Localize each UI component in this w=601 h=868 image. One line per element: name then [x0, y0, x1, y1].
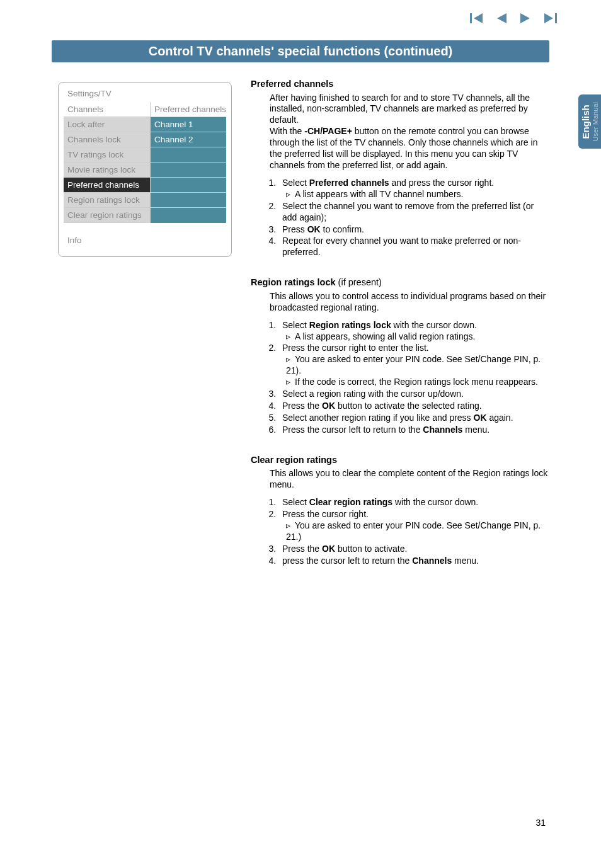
triangle-icon: ▹ — [286, 354, 295, 365]
list-item: Select Region ratings lock with the curs… — [278, 320, 549, 343]
language-label: English — [581, 102, 592, 141]
list-item[interactable] — [151, 208, 226, 223]
svg-marker-1 — [474, 13, 483, 23]
menu-item[interactable]: Movie ratings lock — [64, 163, 150, 178]
pref-para2: With the -CH/PAGE+ button on the remote … — [270, 126, 549, 171]
list-item[interactable]: Channel 1 — [151, 117, 226, 132]
list-item: press the cursor left to return the Chan… — [278, 556, 549, 567]
triangle-icon: ▹ — [286, 189, 295, 200]
region-para: This allows you to control access to ind… — [270, 291, 549, 314]
doc-type-label: User Manual — [591, 102, 598, 141]
settings-breadcrumb: Settings/TV — [64, 86, 226, 102]
skip-forward-icon[interactable] — [543, 13, 557, 24]
section-banner: Control TV channels' special functions (… — [52, 40, 549, 62]
info-label: Info — [64, 223, 226, 248]
list-item: Select the channel you want to remove fr… — [278, 201, 549, 224]
language-tab: English User Manual — [578, 94, 601, 149]
list-item: Select Clear region ratings with the cur… — [278, 497, 549, 508]
menu-item[interactable]: Lock after — [64, 117, 150, 132]
list-item[interactable] — [151, 147, 226, 163]
list-item[interactable] — [151, 178, 226, 193]
list-item: Press the cursor left to return to the C… — [278, 425, 549, 436]
clear-para: This allows you to clear the complete co… — [270, 468, 549, 491]
svg-marker-3 — [520, 13, 530, 23]
svg-marker-4 — [544, 13, 553, 23]
region-heading: Region ratings lock (if present) — [251, 277, 549, 288]
pref-para1: After having finished to search for and … — [270, 93, 549, 127]
menu-item[interactable]: Region ratings lock — [64, 193, 150, 208]
list-item: Repeat for every channel you want to mak… — [278, 236, 549, 258]
menu-item-selected[interactable]: Preferred channels — [64, 178, 150, 193]
menu-item[interactable]: TV ratings lock — [64, 147, 150, 163]
settings-left-column: Channels Lock after Channels lock TV rat… — [64, 102, 151, 223]
svg-marker-2 — [497, 13, 507, 23]
svg-rect-0 — [470, 13, 472, 23]
list-item: Press the OK button to activate the sele… — [278, 401, 549, 412]
page-number: 31 — [535, 818, 546, 828]
list-item[interactable]: Channel 2 — [151, 132, 226, 147]
triangle-icon: ▹ — [286, 520, 295, 532]
pref-heading: Preferred channels — [251, 78, 549, 90]
list-item: Press the cursor right to enter the list… — [278, 343, 549, 388]
list-item: Select a region rating with the cursor u… — [278, 389, 549, 400]
triangle-icon: ▹ — [286, 377, 295, 388]
clear-steps: Select Clear region ratings with the cur… — [251, 497, 549, 566]
list-item: Select Preferred channels and press the … — [278, 178, 549, 200]
list-item: Press the OK button to activate. — [278, 544, 549, 555]
list-item[interactable] — [151, 193, 226, 208]
triangle-icon: ▹ — [286, 331, 295, 343]
left-col-header: Channels — [64, 102, 150, 117]
menu-item[interactable]: Channels lock — [64, 132, 150, 147]
clear-heading: Clear region ratings — [251, 454, 549, 466]
right-col-header: Preferred channels — [151, 102, 226, 117]
list-item: Press OK to confirm. — [278, 224, 549, 236]
svg-rect-5 — [555, 13, 557, 23]
next-icon[interactable] — [519, 13, 532, 24]
list-item: Press the cursor right. ▹You are asked t… — [278, 509, 549, 543]
body-content: Preferred channels After having finished… — [251, 78, 549, 567]
settings-right-column: Preferred channels Channel 1 Channel 2 — [151, 102, 226, 223]
menu-item[interactable]: Clear region ratings — [64, 208, 150, 223]
settings-panel: Settings/TV Channels Lock after Channels… — [58, 82, 232, 257]
region-steps: Select Region ratings lock with the curs… — [251, 320, 549, 436]
pref-steps: Select Preferred channels and press the … — [251, 178, 549, 258]
prev-icon[interactable] — [495, 13, 508, 24]
skip-back-icon[interactable] — [470, 13, 484, 24]
list-item: Select another region rating if you like… — [278, 413, 549, 424]
list-item[interactable] — [151, 163, 226, 178]
nav-icons — [470, 13, 557, 24]
